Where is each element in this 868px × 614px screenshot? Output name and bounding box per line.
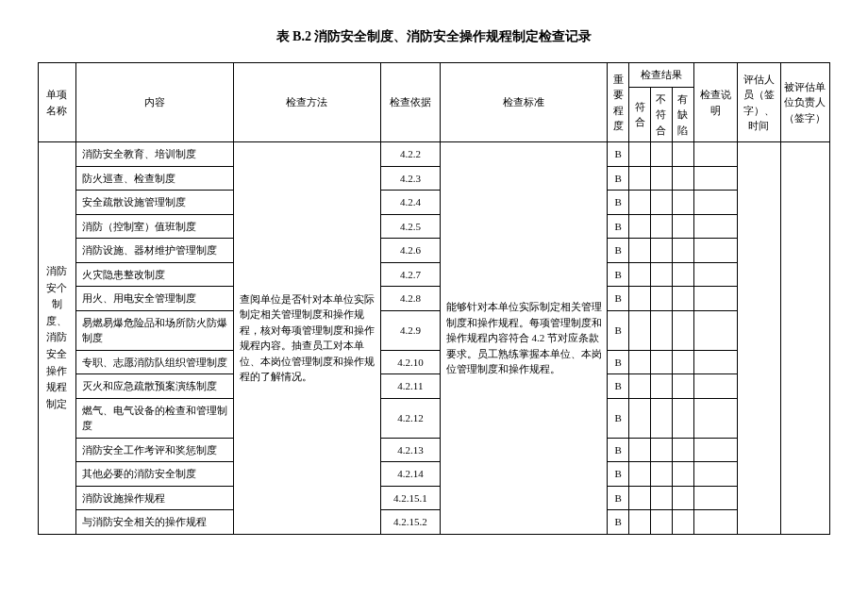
basis-cell: 4.2.12 bbox=[381, 398, 441, 438]
result-cell bbox=[651, 398, 673, 438]
table-row: 其他必要的消防安全制度4.2.14B bbox=[39, 462, 830, 487]
level-cell: B bbox=[608, 350, 629, 374]
table-row: 专职、志愿消防队组织管理制度4.2.10B bbox=[39, 350, 830, 374]
result-cell bbox=[629, 462, 651, 487]
result-cell bbox=[651, 239, 673, 263]
desc-cell bbox=[693, 374, 737, 399]
result-cell bbox=[651, 142, 673, 167]
desc-cell bbox=[693, 262, 737, 287]
result-cell bbox=[629, 214, 651, 239]
content-cell: 灭火和应急疏散预案演练制度 bbox=[75, 374, 233, 399]
basis-cell: 4.2.9 bbox=[381, 310, 441, 350]
desc-cell bbox=[693, 350, 737, 374]
result-cell bbox=[651, 166, 673, 191]
level-cell: B bbox=[608, 374, 629, 399]
level-cell: B bbox=[608, 239, 629, 263]
desc-cell bbox=[693, 166, 737, 191]
result-cell bbox=[629, 287, 651, 311]
header-result-missing: 有缺陷 bbox=[672, 87, 693, 142]
table-row: 消防设施操作规程4.2.15.1B bbox=[39, 486, 830, 510]
content-cell: 防火巡查、检查制度 bbox=[75, 166, 233, 191]
header-basis: 检查依据 bbox=[381, 63, 441, 142]
result-cell bbox=[651, 262, 673, 287]
result-cell bbox=[629, 438, 651, 462]
basis-cell: 4.2.4 bbox=[381, 191, 441, 215]
table-row: 防火巡查、检查制度4.2.3B bbox=[39, 166, 830, 191]
result-cell bbox=[672, 350, 693, 374]
standard-cell: 能够针对本单位实际制定相关管理制度和操作规程。每项管理制度和操作规程内容符合 4… bbox=[440, 142, 607, 535]
result-cell bbox=[629, 510, 651, 535]
basis-cell: 4.2.6 bbox=[381, 239, 441, 263]
desc-cell bbox=[693, 239, 737, 263]
result-cell bbox=[651, 191, 673, 215]
table-row: 火灾隐患整改制度4.2.7B bbox=[39, 262, 830, 287]
result-cell bbox=[672, 191, 693, 215]
content-cell: 消防设施操作规程 bbox=[75, 486, 233, 510]
result-cell bbox=[651, 350, 673, 374]
header-result-fail: 不符合 bbox=[651, 87, 673, 142]
table-row: 灭火和应急疏散预案演练制度4.2.11B bbox=[39, 374, 830, 399]
header-method: 检查方法 bbox=[233, 63, 381, 142]
basis-cell: 4.2.7 bbox=[381, 262, 441, 287]
result-cell bbox=[629, 350, 651, 374]
header-assessor: 评估人员（签字）、时间 bbox=[737, 63, 780, 142]
result-cell bbox=[672, 239, 693, 263]
result-cell bbox=[629, 486, 651, 510]
method-cell: 查阅单位是否针对本单位实际制定相关管理制度和操作规程，核对每项管理制度和操作规程… bbox=[233, 142, 381, 535]
level-cell: B bbox=[608, 191, 629, 215]
table-title: 表 B.2 消防安全制度、消防安全操作规程制定检查记录 bbox=[38, 28, 830, 45]
basis-cell: 4.2.8 bbox=[381, 287, 441, 311]
level-cell: B bbox=[608, 214, 629, 239]
result-cell bbox=[629, 262, 651, 287]
desc-cell bbox=[693, 287, 737, 311]
header-desc: 检查说明 bbox=[693, 63, 737, 142]
level-cell: B bbox=[608, 287, 629, 311]
result-cell bbox=[672, 262, 693, 287]
table-row: 消防安全工作考评和奖惩制度4.2.13B bbox=[39, 438, 830, 462]
desc-cell bbox=[693, 214, 737, 239]
result-cell bbox=[672, 310, 693, 350]
content-cell: 易燃易爆危险品和场所防火防爆制度 bbox=[75, 310, 233, 350]
content-cell: 用火、用电安全管理制度 bbox=[75, 287, 233, 311]
basis-cell: 4.2.3 bbox=[381, 166, 441, 191]
content-cell: 消防安全工作考评和奖惩制度 bbox=[75, 438, 233, 462]
content-cell: 消防安全教育、培训制度 bbox=[75, 142, 233, 167]
result-cell bbox=[672, 287, 693, 311]
result-cell bbox=[651, 438, 673, 462]
basis-cell: 4.2.15.2 bbox=[381, 510, 441, 535]
table-row: 安全疏散设施管理制度4.2.4B bbox=[39, 191, 830, 215]
desc-cell bbox=[693, 486, 737, 510]
level-cell: B bbox=[608, 166, 629, 191]
desc-cell bbox=[693, 510, 737, 535]
result-cell bbox=[672, 374, 693, 399]
header-item-name: 单项名称 bbox=[39, 63, 76, 142]
table-row: 易燃易爆危险品和场所防火防爆制度4.2.9B bbox=[39, 310, 830, 350]
result-cell bbox=[672, 438, 693, 462]
desc-cell bbox=[693, 191, 737, 215]
content-cell: 安全疏散设施管理制度 bbox=[75, 191, 233, 215]
result-cell bbox=[629, 310, 651, 350]
content-cell: 专职、志愿消防队组织管理制度 bbox=[75, 350, 233, 374]
result-cell bbox=[651, 510, 673, 535]
result-cell bbox=[651, 374, 673, 399]
level-cell: B bbox=[608, 510, 629, 535]
result-cell bbox=[672, 462, 693, 487]
result-cell bbox=[672, 214, 693, 239]
header-level: 重要程度 bbox=[608, 63, 629, 142]
result-cell bbox=[672, 166, 693, 191]
level-cell: B bbox=[608, 486, 629, 510]
desc-cell bbox=[693, 462, 737, 487]
level-cell: B bbox=[608, 398, 629, 438]
header-content: 内容 bbox=[75, 63, 233, 142]
basis-cell: 4.2.10 bbox=[381, 350, 441, 374]
basis-cell: 4.2.15.1 bbox=[381, 486, 441, 510]
basis-cell: 4.2.11 bbox=[381, 374, 441, 399]
table-row: 用火、用电安全管理制度4.2.8B bbox=[39, 287, 830, 311]
content-cell: 消防（控制室）值班制度 bbox=[75, 214, 233, 239]
basis-cell: 4.2.13 bbox=[381, 438, 441, 462]
result-cell bbox=[629, 239, 651, 263]
result-cell bbox=[651, 287, 673, 311]
content-cell: 燃气、电气设备的检查和管理制度 bbox=[75, 398, 233, 438]
level-cell: B bbox=[608, 262, 629, 287]
category-cell: 消防安个制度、消防安全操作规程制定 bbox=[39, 142, 76, 535]
